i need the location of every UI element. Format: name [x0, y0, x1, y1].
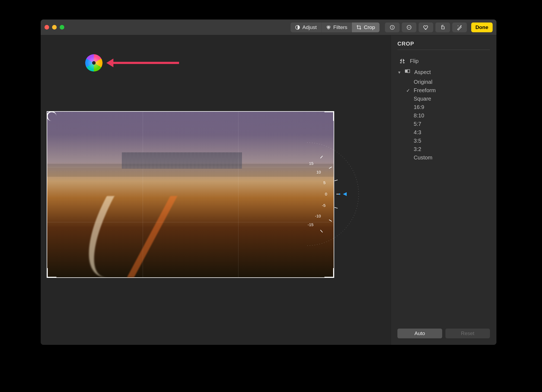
rotate-icon [440, 25, 445, 30]
rotate-button[interactable] [435, 23, 450, 32]
svg-rect-11 [441, 27, 444, 29]
auto-button[interactable]: Auto [397, 329, 442, 338]
aspect-option[interactable]: 3:2 [414, 145, 490, 153]
crop-handle-top-left[interactable] [47, 111, 56, 121]
svg-point-5 [392, 26, 392, 27]
favorite-button[interactable] [419, 23, 433, 32]
crop-handle-top-right[interactable] [324, 111, 334, 121]
dial-tick-label: -10 [315, 213, 321, 218]
tab-adjust-label: Adjust [302, 24, 317, 30]
tab-filters-label: Filters [333, 24, 347, 30]
svg-line-13 [329, 167, 332, 168]
reset-button: Reset [445, 329, 490, 338]
tab-crop-label: Crop [364, 24, 375, 30]
dial-tick-label: -15 [308, 222, 314, 227]
dial-tick-label: 10 [316, 170, 321, 174]
dial-tick-label: -5 [322, 203, 326, 207]
aspect-option[interactable]: 4:3 [414, 128, 490, 137]
crop-frame[interactable] [47, 111, 334, 278]
svg-point-3 [327, 27, 330, 29]
aspect-option-label: 5:7 [414, 121, 421, 127]
aspect-option[interactable]: 16:9 [414, 103, 490, 111]
aspect-option[interactable]: Square [414, 95, 490, 103]
tab-adjust[interactable]: Adjust [291, 23, 321, 32]
info-icon [390, 25, 395, 30]
svg-line-14 [334, 180, 338, 181]
sidebar-bottom-buttons: Auto Reset [397, 329, 490, 338]
edit-mode-tabs: Adjust Filters Crop [291, 23, 380, 32]
disclosure-triangle-icon: ▼ [397, 70, 401, 75]
close-window-button[interactable] [44, 25, 49, 30]
svg-line-18 [320, 230, 323, 232]
photo-content [47, 144, 334, 177]
annotation-arrow [109, 62, 179, 64]
photos-edit-window: Adjust Filters Crop [41, 20, 496, 345]
more-button[interactable] [402, 23, 416, 32]
aspect-option[interactable]: 5:7 [414, 120, 490, 128]
favorite-icon [423, 24, 429, 30]
svg-line-16 [334, 207, 338, 208]
crop-icon [356, 25, 362, 30]
aspect-option-label: 8:10 [414, 113, 424, 119]
editor-body: 151050-5-10-15 CROP Flip ▼ [41, 35, 496, 345]
enhance-button[interactable] [452, 23, 467, 32]
aspect-option[interactable]: Original [414, 78, 490, 86]
aspect-option-label: Square [414, 96, 431, 102]
adjust-icon [295, 25, 300, 30]
aspect-icon [404, 69, 412, 76]
aspect-option-label: 16:9 [414, 104, 424, 110]
aspect-option-label: 3:5 [414, 138, 421, 144]
aspect-header[interactable]: ▼ Aspect [397, 67, 490, 78]
svg-point-8 [408, 27, 408, 27]
aspect-option[interactable]: 8:10 [414, 111, 490, 120]
reset-button-label: Reset [461, 330, 474, 336]
minimize-window-button[interactable] [52, 25, 57, 30]
done-button[interactable]: Done [471, 23, 493, 32]
info-button[interactable] [385, 23, 400, 32]
tab-filters[interactable]: Filters [321, 23, 352, 32]
window-controls [44, 25, 64, 30]
dial-tick-label: 15 [309, 161, 314, 166]
dial-tick-label: 5 [323, 180, 326, 185]
straighten-dial[interactable]: 151050-5-10-15 [318, 137, 356, 252]
zoom-window-button[interactable] [60, 25, 64, 30]
aspect-option-label: 3:2 [414, 146, 421, 152]
aspect-options-list: Original✓FreeformSquare16:98:105:74:33:5… [397, 78, 490, 162]
photo-content-lights [63, 196, 177, 277]
svg-line-12 [320, 156, 323, 158]
tab-crop[interactable]: Crop [352, 23, 379, 32]
crop-handle-bottom-right[interactable] [324, 268, 334, 278]
dial-tick-label: 0 [325, 192, 327, 196]
svg-point-9 [409, 27, 409, 27]
crop-handle-bottom-left[interactable] [47, 268, 56, 278]
svg-point-10 [410, 27, 410, 27]
checkmark-icon: ✓ [406, 88, 410, 94]
flip-icon [398, 57, 406, 65]
toolbar-right-buttons [385, 23, 467, 32]
svg-rect-6 [392, 27, 393, 28]
aspect-option-label: Original [414, 79, 432, 85]
sidebar-title: CROP [397, 41, 490, 47]
svg-point-19 [339, 193, 340, 195]
aspect-option-label: 4:3 [414, 129, 421, 136]
beachball-cursor-icon [85, 54, 103, 72]
svg-rect-21 [407, 70, 410, 73]
flip-row[interactable]: Flip [397, 55, 490, 67]
auto-button-label: Auto [415, 330, 425, 336]
aspect-label: Aspect [414, 69, 431, 75]
sidebar-divider [397, 50, 490, 50]
titlebar: Adjust Filters Crop [41, 20, 496, 35]
aspect-option[interactable]: Custom [414, 153, 490, 162]
aspect-option[interactable]: ✓Freeform [414, 86, 490, 95]
canvas-area: 151050-5-10-15 [41, 35, 391, 345]
aspect-option[interactable]: 3:5 [414, 137, 490, 145]
done-button-label: Done [476, 24, 489, 30]
crop-sidebar: CROP Flip ▼ Aspect Original✓FreeformSqua… [391, 35, 496, 345]
svg-line-17 [329, 220, 332, 221]
enhance-icon [457, 24, 463, 30]
filters-icon [326, 25, 331, 30]
flip-label: Flip [410, 58, 419, 64]
dial-pointer-icon [343, 192, 347, 196]
more-icon [406, 25, 412, 30]
aspect-option-label: Freeform [414, 87, 436, 94]
